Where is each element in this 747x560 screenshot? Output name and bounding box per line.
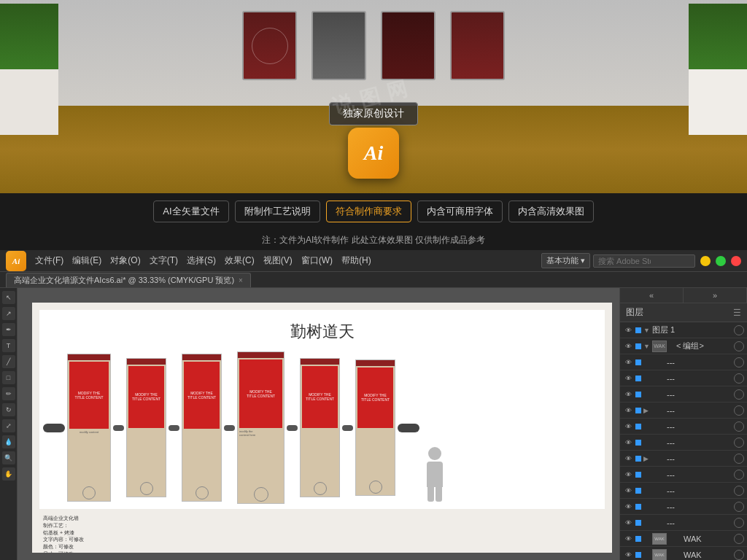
search-stock-input[interactable]: [593, 254, 695, 268]
layer-row-3[interactable]: 👁 ---: [620, 370, 747, 386]
canvas-content: 勤树道天: [32, 303, 612, 553]
canvas-document: 勤树道天: [32, 303, 612, 553]
layer-color-3: [635, 376, 641, 381]
layer-thumb-14: WAK: [652, 549, 667, 561]
layer-expand-0[interactable]: ▼: [643, 327, 651, 334]
layer-row-11[interactable]: 👁 ---: [620, 499, 747, 515]
tool-rect[interactable]: □: [2, 371, 15, 384]
panel-collapse-btn[interactable]: «: [620, 288, 684, 303]
document-tab-bar: 高端企业文化墙源文件AIcs6.ai* @ 33.33% (CMYK/GPU 预…: [0, 272, 747, 288]
document-tab[interactable]: 高端企业文化墙源文件AIcs6.ai* @ 33.33% (CMYK/GPU 预…: [6, 273, 251, 287]
connector-right: [398, 424, 419, 432]
layer-eye-10[interactable]: 👁: [623, 486, 633, 496]
menu-file[interactable]: 文件(F): [31, 253, 68, 268]
layer-opacity-0: [734, 325, 744, 335]
wall-panel-1: [242, 11, 297, 80]
tool-direct-select[interactable]: ↗: [2, 307, 15, 320]
layers-options-icon[interactable]: ☰: [733, 308, 741, 318]
layer-row-4[interactable]: 👁 ---: [620, 386, 747, 402]
layer-row-1[interactable]: 👁 ▼ WAK < 编组>: [620, 338, 747, 354]
layer-row-9[interactable]: 👁 ---: [620, 467, 747, 483]
menu-edit[interactable]: 编辑(E): [68, 253, 106, 268]
connector-4: [224, 425, 235, 431]
tool-hand[interactable]: ✋: [2, 467, 15, 481]
layer-eye-5[interactable]: 👁: [623, 405, 633, 416]
layer-expand-1[interactable]: ▼: [643, 343, 651, 350]
layer-opacity-13: [734, 534, 744, 544]
menu-window[interactable]: 窗口(W): [297, 253, 337, 268]
panel-header-tabs: « »: [620, 288, 747, 303]
design-panels-row: MODIFY THETITLE CONTENT modify content: [43, 350, 601, 505]
minimize-button[interactable]: [700, 256, 711, 266]
layer-row-14[interactable]: 👁 WAK WAK: [620, 547, 747, 560]
tool-line[interactable]: ╱: [2, 355, 15, 368]
tool-text[interactable]: T: [2, 339, 15, 352]
layer-row-8[interactable]: 👁 ▶ ---: [620, 451, 747, 467]
menu-object[interactable]: 对象(O): [106, 253, 144, 268]
layer-expand-8[interactable]: ▶: [643, 455, 651, 462]
layer-eye-4[interactable]: 👁: [623, 389, 633, 400]
layer-opacity-3: [734, 373, 744, 384]
layer-eye-8[interactable]: 👁: [623, 454, 633, 464]
human-silhouette: [422, 447, 447, 505]
feature-badges-row: AI全矢量文件 附制作工艺说明 符合制作商要求 内含可商用字体 内含高清效果图: [0, 193, 747, 230]
layer-eye-1[interactable]: 👁: [623, 341, 633, 351]
basic-function-btn[interactable]: 基本功能 ▾: [541, 253, 590, 268]
layer-color-8: [635, 456, 641, 462]
layer-expand-5[interactable]: ▶: [643, 407, 651, 414]
canvas-info-line-4: 文字内容：可修改: [43, 536, 608, 543]
layer-row-0[interactable]: 👁 ▼ 图层 1: [620, 322, 747, 338]
layer-opacity-8: [734, 454, 744, 464]
layer-row-2[interactable]: 👁 ---: [620, 354, 747, 370]
layer-eye-13[interactable]: 👁: [623, 534, 633, 544]
layer-eye-6[interactable]: 👁: [623, 421, 633, 432]
layer-opacity-11: [734, 502, 744, 512]
layer-name-7: ---: [667, 438, 732, 447]
doc-tab-close[interactable]: ×: [239, 276, 243, 284]
tool-zoom[interactable]: 🔍: [2, 451, 15, 464]
layer-color-7: [635, 440, 641, 446]
menu-select[interactable]: 选择(S): [182, 253, 220, 268]
close-button[interactable]: [731, 256, 741, 266]
layer-row-5[interactable]: 👁 ▶ ---: [620, 402, 747, 419]
feature-badge-1: 附制作工艺说明: [235, 201, 320, 222]
menu-help[interactable]: 帮助(H): [337, 253, 376, 268]
layer-name-0: 图层 1: [652, 324, 732, 335]
layer-color-6: [635, 424, 641, 429]
tool-select[interactable]: ↖: [2, 291, 15, 304]
tool-rotate[interactable]: ↻: [2, 403, 15, 416]
layer-eye-12[interactable]: 👁: [623, 518, 633, 528]
design-chinese-text: 勤树道天: [290, 321, 355, 343]
layer-row-12[interactable]: 👁 ---: [620, 515, 747, 531]
menu-view[interactable]: 视图(V): [259, 253, 297, 268]
preview-area: 独家原创设计 Ai 说图网: [0, 0, 747, 193]
layer-eye-14[interactable]: 👁: [623, 550, 633, 560]
layer-row-7[interactable]: 👁 ---: [620, 435, 747, 451]
tool-brush[interactable]: ✏: [2, 387, 15, 400]
layer-row-6[interactable]: 👁 ---: [620, 419, 747, 435]
tool-eyedropper[interactable]: 💧: [2, 435, 15, 448]
canvas-info-line-6: 尺寸：可修改: [43, 551, 608, 553]
layer-row-10[interactable]: 👁 ---: [620, 483, 747, 499]
layer-opacity-12: [734, 518, 744, 528]
layer-opacity-7: [734, 438, 744, 448]
canvas-info-line-1: 高端企业文化墙: [43, 515, 608, 522]
layer-eye-11[interactable]: 👁: [623, 502, 633, 512]
layer-eye-9[interactable]: 👁: [623, 470, 633, 480]
menu-effect[interactable]: 效果(C): [220, 253, 259, 268]
tools-panel: ↖ ↗ ✒ T ╱ □ ✏ ↻ ⤢ 💧 🔍 ✋: [0, 288, 18, 560]
maximize-button[interactable]: [716, 256, 726, 266]
right-panel: « » 图层 ☰ 👁 ▼ 图层 1 👁 ▼: [619, 288, 747, 560]
layer-eye-3[interactable]: 👁: [623, 373, 633, 384]
layer-eye-0[interactable]: 👁: [623, 325, 633, 335]
layer-eye-7[interactable]: 👁: [623, 438, 633, 448]
layer-name-8: ---: [667, 454, 732, 463]
menu-text[interactable]: 文字(T): [145, 253, 182, 268]
tool-pen[interactable]: ✒: [2, 323, 15, 336]
tool-scale[interactable]: ⤢: [2, 419, 15, 432]
connector-left: [43, 424, 65, 432]
layer-eye-2[interactable]: 👁: [623, 357, 633, 368]
panel-expand-btn[interactable]: »: [684, 288, 747, 303]
note-row: 注：文件为AI软件制作 此处立体效果图 仅供制作成品参考: [0, 230, 747, 250]
layer-row-13[interactable]: 👁 WAK WAK: [620, 531, 747, 547]
